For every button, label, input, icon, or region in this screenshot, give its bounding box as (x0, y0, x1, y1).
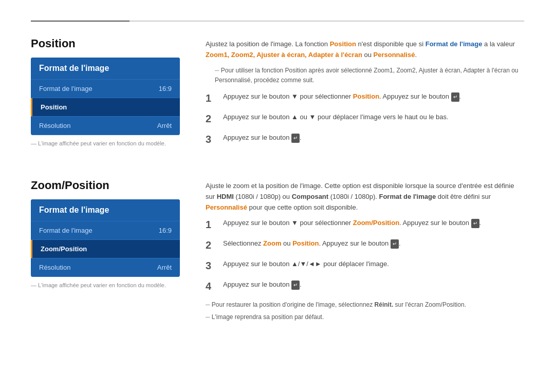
position-menu-header: Format de l'image (31, 58, 180, 80)
zoom-position-note-image: ― L'image affichée peut varier en foncti… (31, 282, 185, 288)
zoom-position-left: Zoom/Position Format de l'image Format d… (31, 179, 185, 324)
zoom-position-bottom-notes: Pour restaurer la position d'origine de … (206, 300, 524, 322)
zoom-position-steps: 1 Appuyez sur le bouton ▼ pour sélection… (206, 218, 524, 293)
zoom-position-menu-item-zoom[interactable]: Zoom/Position (31, 240, 180, 258)
zoom-position-step-1-number: 1 (206, 218, 216, 231)
zoom-position-item-resolution-value: Arrêt (157, 264, 172, 271)
zoom-position-menu-item-format[interactable]: Format de l'image 16:9 (31, 221, 180, 240)
position-step-3: 3 Appuyez sur le bouton ↵. (206, 133, 524, 146)
zoom-position-menu-item-resolution[interactable]: Résolution Arrêt (31, 258, 180, 277)
position-note: Pour utiliser la fonction Position après… (211, 66, 524, 85)
position-step-2-number: 2 (206, 112, 216, 125)
zoom-position-description: Ajuste le zoom et la position de l'image… (206, 181, 524, 213)
zoom-position-menu-header: Format de l'image (31, 199, 180, 221)
position-step-3-text: Appuyez sur le bouton ↵. (223, 133, 302, 143)
position-description: Ajustez la position de l'image. La fonct… (206, 39, 524, 61)
position-step-1-text: Appuyez sur le bouton ▼ pour sélectionne… (223, 91, 461, 102)
zoom-position-step-4: 4 Appuyez sur le bouton ↵. (206, 279, 524, 293)
zoom-position-menu-box: Format de l'image Format de l'image 16:9… (31, 199, 180, 277)
position-item-resolution-value: Arrêt (157, 122, 172, 129)
zoom-position-section: Zoom/Position Format de l'image Format d… (31, 179, 524, 324)
zoom-position-bottom-note-1: Pour restaurer la position d'origine de … (206, 300, 524, 310)
position-menu-item-resolution[interactable]: Résolution Arrêt (31, 117, 180, 135)
zoom-position-step-2-text: Sélectionnez Zoom ou Position. Appuyez s… (223, 238, 401, 249)
position-steps: 1 Appuyez sur le bouton ▼ pour sélection… (206, 91, 524, 146)
zoom-position-step-1-text: Appuyez sur le bouton ▼ pour sélectionne… (223, 218, 481, 229)
position-step-2: 2 Appuyez sur le bouton ▲ ou ▼ pour dépl… (206, 112, 524, 125)
zoom-position-step-2-number: 2 (206, 238, 216, 252)
position-item-format-label: Format de l'image (39, 85, 92, 92)
zoom-position-step-3: 3 Appuyez sur le bouton ▲/▼/◄► pour dépl… (206, 259, 524, 272)
zoom-position-item-resolution-label: Résolution (39, 264, 70, 271)
zoom-position-item-format-value: 16:9 (159, 227, 172, 234)
position-section: Position Format de l'image Format de l'i… (31, 37, 524, 153)
zoom-position-right: Ajuste le zoom et la position de l'image… (206, 179, 524, 324)
zoom-position-step-4-number: 4 (206, 279, 216, 293)
top-divider (31, 21, 524, 22)
position-menu-item-format[interactable]: Format de l'image 16:9 (31, 80, 180, 98)
position-note-image: ― L'image affichée peut varier en foncti… (31, 140, 185, 146)
zoom-position-step-1: 1 Appuyez sur le bouton ▼ pour sélection… (206, 218, 524, 231)
position-right: Ajustez la position de l'image. La fonct… (206, 37, 524, 153)
zoom-position-step-3-text: Appuyez sur le bouton ▲/▼/◄► pour déplac… (223, 259, 389, 270)
zoom-position-step-3-number: 3 (206, 259, 216, 272)
position-title: Position (31, 37, 185, 50)
position-step-2-text: Appuyez sur le bouton ▲ ou ▼ pour déplac… (223, 112, 449, 123)
zoom-position-step-2: 2 Sélectionnez Zoom ou Position. Appuyez… (206, 238, 524, 252)
zoom-position-title: Zoom/Position (31, 179, 185, 192)
zoom-position-item-format-label: Format de l'image (39, 227, 92, 234)
position-step-1-number: 1 (206, 91, 216, 105)
zoom-position-item-zoom-label: Zoom/Position (41, 245, 87, 253)
position-step-1: 1 Appuyez sur le bouton ▼ pour sélection… (206, 91, 524, 105)
position-item-position-label: Position (41, 103, 67, 111)
position-left: Position Format de l'image Format de l'i… (31, 37, 185, 153)
position-item-format-value: 16:9 (159, 85, 172, 92)
zoom-position-bottom-note-2: L'image reprendra sa position par défaut… (206, 312, 524, 322)
zoom-position-step-4-text: Appuyez sur le bouton ↵. (223, 279, 302, 290)
position-menu-box: Format de l'image Format de l'image 16:9… (31, 58, 180, 135)
position-step-3-number: 3 (206, 133, 216, 146)
position-menu-item-position[interactable]: Position (31, 98, 180, 117)
position-item-resolution-label: Résolution (39, 122, 70, 129)
